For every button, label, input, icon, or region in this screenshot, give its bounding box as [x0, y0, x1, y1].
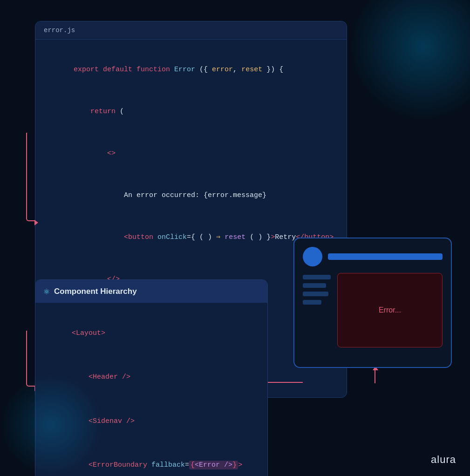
filename: error.js: [44, 27, 75, 34]
connector-line-horizontal: [268, 382, 303, 383]
code-line-1: export default function Error ({ error, …: [48, 49, 334, 91]
code-line-3: <>: [48, 133, 334, 175]
ui-sidebar-lines: [303, 273, 331, 347]
fn-name: Error: [174, 66, 199, 74]
ui-sidebar-line-4: [303, 300, 321, 305]
ui-sidebar-line-1: [303, 275, 331, 279]
ui-title-bar: [328, 253, 443, 260]
kw-function: function: [136, 66, 174, 74]
ui-avatar: [303, 247, 322, 266]
code-card-header: error.js: [35, 21, 347, 40]
ui-content-area: Error...: [303, 273, 443, 347]
ui-connector-vertical: [375, 369, 375, 383]
kw-default: default: [103, 66, 136, 74]
hierarchy-body: <Layout> <Header /> <Sidenav /> <ErrorBo…: [35, 303, 267, 476]
h-line-2: <Header />: [47, 355, 256, 400]
code-line-4: An error occurred: {error.message}: [48, 175, 334, 217]
hierarchy-header: ⚛ Component Hierarchy: [35, 280, 267, 303]
code-line-5: <button onClick={ ( ) ⇒ reset ( ) }>Retr…: [48, 217, 334, 258]
ui-sidebar-line-3: [303, 292, 328, 296]
h-line-1: <Layout>: [47, 311, 256, 355]
h-line-3: <Sidenav />: [47, 399, 256, 443]
ui-error-text: Error...: [379, 306, 401, 314]
bracket-line-top: [26, 133, 35, 221]
hierarchy-title: Component Hierarchy: [54, 287, 137, 296]
alura-logo: alura: [431, 454, 456, 466]
ui-header-row: [303, 247, 443, 266]
ui-preview-card: Error...: [293, 238, 452, 368]
arrow-right-top: [34, 220, 38, 225]
react-icon: ⚛: [44, 286, 49, 297]
ui-sidebar-line-2: [303, 283, 326, 288]
kw-export: export: [74, 66, 103, 74]
hierarchy-card: ⚛ Component Hierarchy <Layout> <Header /…: [35, 279, 268, 476]
code-line-2: return (: [48, 91, 334, 133]
ui-error-box: Error...: [337, 273, 443, 347]
h-line-4: <ErrorBoundary fallback={<Error />}>: [47, 443, 256, 476]
bracket-line-bottom: [26, 331, 35, 387]
